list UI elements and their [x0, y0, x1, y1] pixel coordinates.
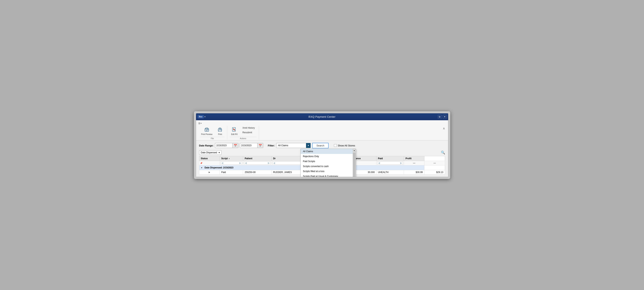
- ribbon-file-items: Print Preview Print: [200, 126, 225, 136]
- show-all-stores-checkbox[interactable]: [334, 144, 337, 147]
- edit-rx-icon: Rx: [231, 127, 237, 133]
- filter-status-icon-right: |▷: [240, 162, 241, 164]
- ribbon-group-actions: Rx Edit RX: [227, 126, 259, 140]
- title-bar-controls: ⧉ ✕: [438, 115, 446, 119]
- app-logo[interactable]: Rxo: [198, 115, 204, 118]
- action-buttons-vertical: Xmit History Resubmit: [240, 126, 256, 135]
- col-header-script[interactable]: Script ▾: [220, 156, 243, 161]
- filter-cell-insurance: ◁| |▷: [376, 161, 404, 165]
- paid-scripts-label: Paid Scripts: [303, 160, 315, 163]
- file-group-label: File: [200, 137, 225, 140]
- table-search-button[interactable]: 🔍: [441, 150, 445, 155]
- dropdown-item-scripts-at-loss[interactable]: Scripts filled at a loss: [301, 169, 356, 174]
- cell-insurance: UHEALTH: [376, 170, 404, 174]
- filter-insurance-icon-left: ◁|: [378, 162, 380, 164]
- col-header-status: Status: [199, 156, 220, 161]
- filter-label: Filter:: [268, 144, 275, 147]
- scripts-at-loss-label: Scripts filled at a loss: [303, 170, 324, 173]
- ribbon-content: Print Preview Print: [196, 126, 448, 140]
- filter-select[interactable]: All Claims Rejections Only Paid Scripts …: [276, 143, 310, 148]
- col-header-profit: Profit: [404, 156, 424, 161]
- close-button[interactable]: ✕: [443, 115, 446, 119]
- date-from-calendar-button[interactable]: 📅: [232, 143, 238, 148]
- date-to-wrapper: 📅: [240, 143, 263, 148]
- filter-script-input[interactable]: ◁| |▷: [244, 162, 271, 165]
- filter-patient-icon-left: ◁|: [273, 162, 275, 164]
- show-all-stores-wrapper: Show All Stores: [334, 144, 355, 147]
- pin-icon: 📌: [200, 162, 202, 164]
- svg-point-9: [221, 129, 222, 130]
- group-row-label: Date Dispensed: 2/15/2023: [204, 166, 233, 169]
- cell-script: 259250-00: [243, 170, 272, 174]
- menu-icon: ☰: [198, 122, 200, 125]
- script-sort-arrow: ▾: [229, 158, 230, 160]
- cell-expand[interactable]: ▶: [199, 170, 220, 174]
- filter-status-input[interactable]: ◁| |▷: [220, 162, 242, 165]
- filter-status-icon-left: ◁|: [222, 162, 223, 164]
- ribbon-top: ☰ ▾: [196, 121, 448, 126]
- filter-row: Date Range: 📅 📅 Filter: All Claims Rejec…: [199, 143, 445, 148]
- all-claims-label: All Claims: [303, 150, 313, 153]
- ribbon-group-file: Print Preview Print: [198, 126, 228, 140]
- edit-rx-label: Edit RX: [231, 133, 238, 136]
- svg-rect-3: [206, 130, 208, 131]
- filter-select-wrapper: All Claims Rejections Only Paid Scripts …: [276, 143, 310, 148]
- filter-insurance-input[interactable]: ◁| |▷: [377, 162, 403, 165]
- svg-rect-8: [219, 130, 221, 131]
- col-header-paid: Paid: [376, 156, 404, 161]
- ribbon-menu-btn[interactable]: ☰ ▾: [198, 122, 202, 125]
- window-title: RXQ Payment Center: [308, 115, 336, 118]
- date-to-calendar-button[interactable]: 📅: [257, 143, 263, 148]
- dropdown-scrollbar[interactable]: ▲ ▼: [353, 149, 356, 177]
- date-dispensed-dropdown[interactable]: Date Dispensed ▾: [199, 150, 222, 155]
- restore-button[interactable]: ⧉: [438, 115, 442, 119]
- dropdown-item-scripts-usual-customary[interactable]: Scripts Paid at Usual & Customary: [301, 174, 356, 177]
- date-from-wrapper: 📅: [215, 143, 238, 148]
- scripts-usual-customary-label: Scripts Paid at Usual & Customary: [303, 175, 338, 177]
- filter-cell-paid: —: [404, 161, 424, 165]
- dropdown-item-all-claims[interactable]: All Claims: [301, 149, 356, 154]
- print-preview-label: Print Preview: [201, 133, 212, 136]
- filter-dropdown-menu: All Claims Rejections Only Paid Scripts …: [300, 149, 356, 177]
- cell-profit: $29.13: [424, 170, 445, 174]
- dropdown-item-scripts-converted[interactable]: Scripts converted to cash: [301, 164, 356, 169]
- filter-cell-profit: —: [424, 161, 445, 165]
- app-menu-dropdown[interactable]: ▾: [204, 116, 206, 118]
- search-button[interactable]: Search: [312, 143, 328, 148]
- filter-insurance-icon-right: |▷: [400, 162, 402, 164]
- group-expand-icon[interactable]: ▼: [201, 167, 203, 169]
- filter-script-icon-right: |▷: [268, 162, 270, 164]
- ribbon: ☰ ▾: [196, 120, 448, 141]
- actions-group-label: Actions: [230, 137, 256, 140]
- menu-dropdown-arrow: ▾: [201, 122, 202, 124]
- scrollbar-up-button[interactable]: ▲: [353, 149, 356, 152]
- print-button[interactable]: Print: [215, 126, 225, 136]
- dropdown-item-rejections-only[interactable]: Rejections Only: [301, 154, 356, 159]
- print-preview-icon: [204, 127, 210, 133]
- svg-rect-7: [219, 128, 221, 129]
- window-outer: Rxo ▾ RXQ Payment Center ⧉ ✕ ☰ ▾: [194, 111, 450, 179]
- date-range-label: Date Range:: [199, 144, 214, 147]
- scrollbar-thumb[interactable]: [353, 152, 356, 177]
- filter-cell-script: ◁| |▷: [243, 161, 272, 165]
- date-to-input[interactable]: [240, 143, 257, 148]
- date-from-input[interactable]: [215, 143, 232, 148]
- filter-script-icon-left: ◁|: [245, 162, 246, 164]
- dropdown-item-paid-scripts[interactable]: Paid Scripts: [301, 159, 356, 164]
- print-icon: [217, 127, 223, 133]
- svg-point-2: [208, 129, 208, 130]
- table-search-icon: 🔍: [441, 151, 445, 154]
- edit-rx-button[interactable]: Rx Edit RX: [230, 126, 239, 136]
- date-dispensed-arrow-icon: ▾: [218, 151, 220, 154]
- window-inner: Rxo ▾ RXQ Payment Center ⧉ ✕ ☰ ▾: [196, 113, 448, 177]
- scripts-converted-label: Scripts converted to cash: [303, 165, 329, 168]
- title-bar: Rxo ▾ RXQ Payment Center ⧉ ✕: [196, 113, 448, 120]
- print-preview-button[interactable]: Print Preview: [200, 126, 214, 136]
- resubmit-button[interactable]: Resubmit: [240, 130, 256, 135]
- cell-paid: $30.99: [404, 170, 424, 174]
- ribbon-collapse-button[interactable]: ∧: [441, 126, 446, 131]
- print-label: Print: [218, 133, 222, 136]
- filter-cell-status: ◁| |▷: [220, 161, 243, 165]
- col-header-patient: Patient: [243, 156, 272, 161]
- xmit-history-button[interactable]: Xmit History: [240, 126, 256, 130]
